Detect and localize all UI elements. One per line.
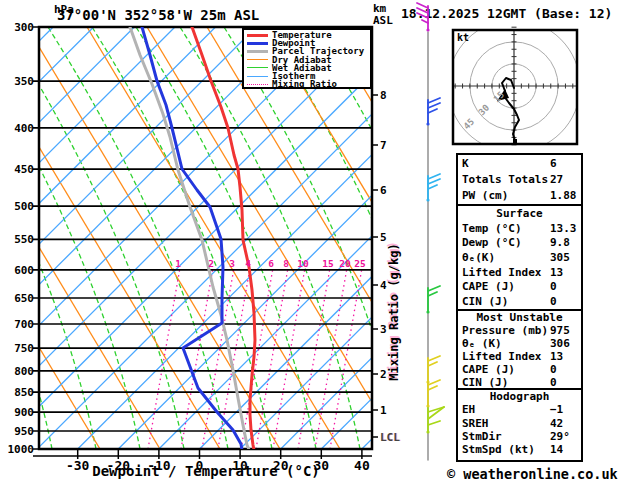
table-row-label: CIN (J) — [462, 295, 550, 308]
wind-barb-level-dot — [426, 198, 429, 201]
mixing-ratio-value-label: 3 — [229, 258, 235, 269]
temperature-tick-label: -30 — [66, 458, 89, 473]
mixing-ratio-axis-label: Mixing Ratio (g/kg) — [387, 243, 401, 380]
pressure-tick-label: 950 — [2, 425, 34, 438]
hodograph-ring-label: 45 — [462, 117, 477, 132]
table-section: K6Totals Totals27PW (cm)1.88 — [458, 155, 581, 204]
wind-barb-column — [405, 0, 450, 486]
table-row-value: 306 — [550, 337, 581, 350]
wind-barb-segment — [428, 362, 437, 366]
mixing-ratio-value-label: 2 — [208, 258, 214, 269]
table-section-header: Surface — [458, 206, 581, 221]
table-row-label: Dewp (°C) — [462, 236, 550, 249]
wind-barb-level-dot — [426, 28, 429, 31]
table-row-label: StmDir — [462, 430, 550, 443]
table-row-label: CAPE (J) — [462, 363, 550, 376]
wind-barb-segment — [428, 98, 440, 103]
page-title: 37°00'N 352°58'W 25m ASL — [57, 7, 259, 23]
table-row-value: 1.88 — [550, 189, 581, 202]
table-row: PW (cm)1.88 — [458, 188, 581, 204]
wind-barb-segment — [428, 286, 440, 291]
table-row: CIN (J)0 — [458, 294, 581, 309]
lcl-marker-label: LCL — [380, 431, 400, 444]
legend-item: Mixing Ratio — [247, 80, 370, 88]
wind-barb-segment — [417, 8, 428, 13]
table-section-header: Hodograph — [458, 390, 581, 403]
pressure-tick-label: 400 — [2, 122, 34, 135]
km-asl-tick-label: 8 — [380, 89, 387, 102]
table-section: Most UnstablePressure (mb)975θₑ (K)306Li… — [458, 309, 581, 388]
pressure-tick-label: 900 — [2, 406, 34, 419]
table-row-label: PW (cm) — [462, 189, 550, 202]
skewt-sounding-app: hPa 37°00'N 352°58'W 25m ASL km ASL 18.1… — [0, 0, 629, 486]
wind-barb-segment — [428, 185, 437, 189]
wind-barb-segment — [428, 356, 440, 361]
wind-barb-segment — [428, 421, 440, 425]
table-row-label: θₑ (K) — [462, 337, 550, 350]
text-overlay: hPa 37°00'N 352°58'W 25m ASL km ASL 18.1… — [0, 0, 629, 486]
temperature-tick-label: 30 — [313, 458, 329, 473]
wind-barb-level-dot — [426, 122, 429, 125]
table-row-value: 0 — [550, 280, 581, 293]
table-row: CAPE (J)0 — [458, 280, 581, 295]
table-row-value: 0 — [550, 363, 581, 376]
table-row-label: SREH — [462, 417, 550, 430]
wind-barb-segment — [417, 3, 428, 8]
temperature-tick-label: 10 — [232, 458, 248, 473]
pressure-tick-label: 500 — [2, 200, 34, 213]
mixing-ratio-value-label: 15 — [322, 258, 333, 269]
mixing-ratio-value-label: 20 — [339, 258, 350, 269]
legend-line-sample — [247, 59, 268, 60]
hodograph-ring-label: 15 — [492, 90, 507, 105]
table-row-value: 6 — [550, 157, 581, 170]
table-row-label: CAPE (J) — [462, 280, 550, 293]
table-row-label: K — [462, 157, 550, 170]
table-row: Dewp (°C)9.8 — [458, 235, 581, 250]
km-asl-tick-label: 1 — [380, 404, 387, 417]
table-row: CAPE (J)0 — [458, 363, 581, 376]
wind-barb-level-dot — [426, 430, 429, 433]
temperature-tick-label: -20 — [107, 458, 130, 473]
wind-barb-segment — [428, 386, 437, 390]
temperature-tick-label: 20 — [273, 458, 289, 473]
table-row-label: θₑ(K) — [462, 251, 550, 264]
legend-line-sample — [247, 42, 268, 45]
mixing-ratio-value-label: 10 — [297, 258, 308, 269]
legend-line-sample — [247, 67, 268, 68]
wind-barb-segment — [428, 179, 440, 184]
table-row: StmDir29° — [458, 430, 581, 443]
table-row-value: −1 — [550, 403, 581, 416]
temperature-tick-label: -10 — [147, 458, 170, 473]
hodograph-ring-label: 30 — [477, 103, 492, 118]
table-row: EH−1 — [458, 403, 581, 416]
table-row: Pressure (mb)975 — [458, 324, 581, 337]
km-asl-tick-label: 5 — [380, 231, 387, 244]
table-row: Lifted Index13 — [458, 350, 581, 363]
wind-barb-segment — [428, 103, 440, 108]
pressure-tick-label: 600 — [2, 264, 34, 277]
mixing-ratio-value-label: 4 — [245, 258, 251, 269]
km-asl-tick-label: 4 — [380, 279, 387, 292]
table-row-value: 42 — [550, 417, 581, 430]
table-row-label: StmSpd (kt) — [462, 443, 550, 456]
legend-line-sample — [247, 34, 268, 37]
pressure-tick-label: 700 — [2, 318, 34, 331]
table-section-header: Most Unstable — [458, 311, 581, 324]
pressure-tick-label: 800 — [2, 365, 34, 378]
km-asl-tick-label: 2 — [380, 368, 387, 381]
table-row-value: 13.3 — [550, 222, 581, 235]
pressure-tick-label: 750 — [2, 342, 34, 355]
table-row-value: 13 — [550, 266, 581, 279]
table-row: Lifted Index13 — [458, 265, 581, 280]
table-row-label: Pressure (mb) — [462, 324, 550, 337]
pressure-tick-label: 350 — [2, 75, 34, 88]
table-row: SREH42 — [458, 416, 581, 429]
table-row-value: 305 — [550, 251, 581, 264]
mixing-ratio-value-label: 8 — [283, 258, 289, 269]
km-asl-tick-label: 6 — [380, 184, 387, 197]
table-row-label: EH — [462, 403, 550, 416]
wind-barb-segment — [417, 13, 428, 18]
indices-table: K6Totals Totals27PW (cm)1.88SurfaceTemp … — [456, 153, 583, 462]
pressure-tick-label: 850 — [2, 386, 34, 399]
km-asl-tick-label: 7 — [380, 139, 387, 152]
